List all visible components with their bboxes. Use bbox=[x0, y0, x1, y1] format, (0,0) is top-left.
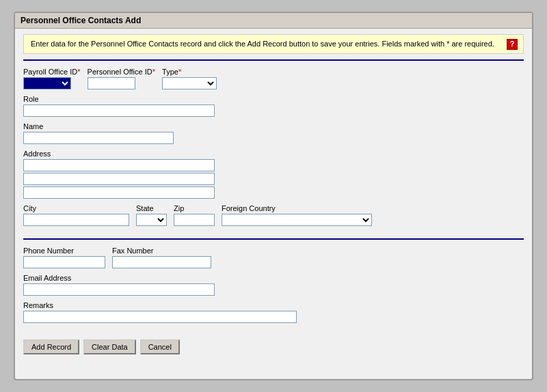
zip-label: Zip bbox=[174, 204, 215, 212]
info-icon: ? bbox=[507, 39, 518, 50]
phone-group: Phone Number bbox=[23, 247, 105, 268]
payroll-office-id-select[interactable] bbox=[23, 77, 71, 89]
zip-input[interactable] bbox=[174, 214, 215, 226]
state-select[interactable] bbox=[136, 214, 167, 226]
email-input[interactable] bbox=[23, 283, 215, 296]
name-group: Name bbox=[23, 122, 524, 144]
window-title: Personnel Office Contacts Add bbox=[21, 16, 141, 25]
remarks-group: Remarks bbox=[23, 301, 524, 323]
info-text: Enter data for the Personnel Office Cont… bbox=[31, 40, 494, 48]
window-titlebar: Personnel Office Contacts Add bbox=[15, 13, 532, 29]
personnel-office-id-group: Personnel Office ID* bbox=[88, 68, 155, 89]
row-phone-fax: Phone Number Fax Number bbox=[23, 247, 524, 268]
remarks-input[interactable] bbox=[23, 311, 297, 323]
payroll-office-id-group: Payroll Office ID* bbox=[23, 68, 81, 89]
info-bar: Enter data for the Personnel Office Cont… bbox=[23, 34, 524, 54]
personnel-office-id-input[interactable] bbox=[88, 77, 135, 89]
foreign-country-group: Foreign Country bbox=[222, 204, 372, 226]
type-group: Type* bbox=[162, 68, 217, 89]
email-label: Email Address bbox=[23, 274, 524, 282]
fax-label: Fax Number bbox=[112, 247, 211, 255]
cancel-button[interactable]: Cancel bbox=[140, 339, 180, 354]
foreign-country-label: Foreign Country bbox=[222, 204, 372, 212]
row-ids: Payroll Office ID* Personnel Office ID* … bbox=[23, 68, 524, 89]
role-label: Role bbox=[23, 95, 524, 103]
add-record-button[interactable]: Add Record bbox=[23, 339, 79, 354]
form-section-bottom: Phone Number Fax Number Email Address Re… bbox=[23, 244, 524, 331]
address-line1-input[interactable] bbox=[23, 159, 215, 171]
name-label: Name bbox=[23, 122, 524, 130]
type-label: Type* bbox=[162, 68, 217, 76]
fax-input[interactable] bbox=[112, 256, 211, 268]
phone-label: Phone Number bbox=[23, 247, 105, 255]
address-label: Address bbox=[23, 150, 524, 158]
state-group: State bbox=[136, 204, 167, 226]
address-group: Address bbox=[23, 150, 524, 199]
address-line2-input[interactable] bbox=[23, 173, 215, 185]
foreign-country-select[interactable] bbox=[222, 214, 372, 226]
remarks-label: Remarks bbox=[23, 301, 524, 309]
form-section-top: Payroll Office ID* Personnel Office ID* … bbox=[23, 65, 524, 234]
phone-input[interactable] bbox=[23, 256, 105, 268]
clear-data-button[interactable]: Clear Data bbox=[83, 339, 136, 354]
city-group: City bbox=[23, 204, 129, 226]
personnel-office-id-label: Personnel Office ID* bbox=[88, 68, 155, 76]
middle-divider bbox=[23, 238, 524, 240]
state-label: State bbox=[136, 204, 167, 212]
city-label: City bbox=[23, 204, 129, 212]
address-inputs bbox=[23, 159, 524, 199]
name-input[interactable] bbox=[23, 132, 174, 144]
zip-group: Zip bbox=[174, 204, 215, 226]
fax-group: Fax Number bbox=[112, 247, 211, 268]
role-input[interactable] bbox=[23, 104, 215, 117]
city-input[interactable] bbox=[23, 214, 129, 226]
window-content: Enter data for the Personnel Office Cont… bbox=[15, 29, 532, 363]
main-window: Personnel Office Contacts Add Enter data… bbox=[14, 12, 533, 380]
address-line3-input[interactable] bbox=[23, 186, 215, 199]
email-group: Email Address bbox=[23, 274, 524, 296]
button-row: Add Record Clear Data Cancel bbox=[23, 339, 524, 354]
role-group: Role bbox=[23, 95, 524, 117]
type-select[interactable] bbox=[162, 77, 217, 89]
top-divider bbox=[23, 59, 524, 61]
row-city-state: City State Zip Foreign Country bbox=[23, 204, 524, 226]
payroll-office-id-label: Payroll Office ID* bbox=[23, 68, 81, 76]
